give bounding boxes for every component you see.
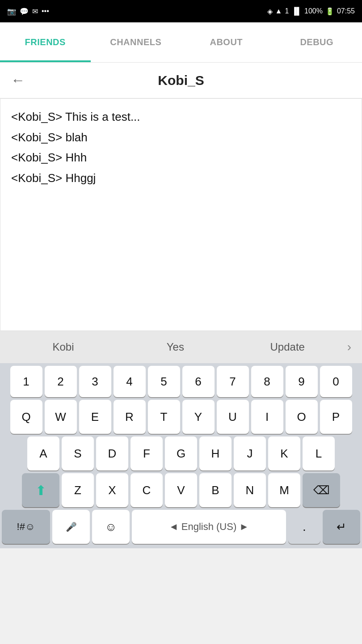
key-emoji-face[interactable]: ☺ — [92, 510, 130, 544]
mic-icon: 🎤 — [66, 521, 77, 532]
autocomplete-bar: Kobi Yes Update › — [0, 331, 362, 363]
key-h[interactable]: H — [199, 436, 232, 470]
key-shift[interactable]: ⬆ — [22, 473, 59, 507]
key-m[interactable]: M — [268, 473, 300, 507]
keyboard-zxcvb-row: ⬆ Z X C V B N M ⌫ — [2, 473, 360, 507]
chat-area: <Kobi_S> This is a test... <Kobi_S> blah… — [0, 98, 362, 331]
key-a[interactable]: A — [27, 436, 59, 470]
more-icon: ••• — [42, 7, 49, 15]
key-5[interactable]: 5 — [148, 366, 180, 397]
delete-icon: ⌫ — [313, 483, 330, 497]
gmail-icon: ✉ — [32, 7, 38, 16]
key-space[interactable]: ◄ English (US) ► — [132, 510, 286, 544]
key-enter[interactable]: ↵ — [323, 510, 360, 544]
status-icons-right: ◈ ▲ 1 ▐▌ 100% 🔋 07:55 — [267, 7, 355, 16]
tab-channels[interactable]: CHANNELS — [91, 22, 181, 62]
keyboard: 1 2 3 4 5 6 7 8 9 0 Q W E R T Y U I O P … — [0, 363, 362, 548]
key-1[interactable]: 1 — [10, 366, 42, 397]
key-l[interactable]: L — [303, 436, 335, 470]
key-w[interactable]: W — [45, 400, 77, 434]
chat-title: Kobi_S — [34, 73, 328, 88]
signal-icon: ▐▌ — [291, 7, 302, 15]
key-s[interactable]: S — [62, 436, 94, 470]
autocomplete-arrow: › — [344, 340, 355, 354]
key-r[interactable]: R — [114, 400, 146, 434]
chat-message-4: <Kobi_S> Hhggj — [11, 169, 351, 188]
back-button[interactable]: ← — [11, 72, 25, 89]
key-8[interactable]: 8 — [251, 366, 283, 397]
key-p[interactable]: P — [320, 400, 352, 434]
status-icons-left: 📷 💬 ✉ ••• — [7, 7, 49, 16]
key-4[interactable]: 4 — [114, 366, 146, 397]
key-3[interactable]: 3 — [79, 366, 111, 397]
key-9[interactable]: 9 — [286, 366, 318, 397]
key-f[interactable]: F — [130, 436, 163, 470]
key-u[interactable]: U — [217, 400, 249, 434]
key-e[interactable]: E — [79, 400, 111, 434]
tab-about[interactable]: ABOUT — [181, 22, 272, 62]
autocomplete-yes[interactable]: Yes — [119, 341, 232, 353]
key-k[interactable]: K — [268, 436, 300, 470]
autocomplete-kobi[interactable]: Kobi — [7, 341, 119, 353]
key-6[interactable]: 6 — [182, 366, 215, 397]
key-x[interactable]: X — [96, 473, 128, 507]
key-z[interactable]: Z — [62, 473, 94, 507]
key-7[interactable]: 7 — [217, 366, 249, 397]
battery-text: 100% — [304, 7, 323, 15]
key-j[interactable]: J — [234, 436, 266, 470]
chat-header: ← Kobi_S — [0, 63, 362, 98]
key-symbols[interactable]: !#☺ — [2, 510, 50, 544]
key-c[interactable]: C — [130, 473, 163, 507]
key-y[interactable]: Y — [182, 400, 215, 434]
keyboard-number-row: 1 2 3 4 5 6 7 8 9 0 — [2, 366, 360, 397]
key-t[interactable]: T — [148, 400, 180, 434]
key-v[interactable]: V — [165, 473, 197, 507]
enter-icon: ↵ — [337, 520, 346, 534]
key-emoji[interactable]: 🎤 — [52, 510, 90, 544]
whatsapp-icon: 💬 — [20, 7, 29, 16]
key-n[interactable]: N — [234, 473, 266, 507]
chat-message-1: <Kobi_S> This is a test... — [11, 108, 351, 127]
tab-friends[interactable]: FRIENDS — [0, 22, 91, 62]
wifi-icon: ▲ — [275, 7, 282, 15]
key-i[interactable]: I — [251, 400, 283, 434]
key-b[interactable]: B — [199, 473, 232, 507]
keyboard-bottom-row: !#☺ 🎤 ☺ ◄ English (US) ► . ↵ — [2, 510, 360, 544]
camera-icon: 📷 — [7, 7, 16, 16]
tab-bar: FRIENDS CHANNELS ABOUT DEBUG — [0, 22, 362, 63]
key-2[interactable]: 2 — [45, 366, 77, 397]
location-icon: ◈ — [267, 7, 273, 16]
keyboard-qwerty-row: Q W E R T Y U I O P — [2, 400, 360, 434]
key-q[interactable]: Q — [10, 400, 42, 434]
sim-icon: 1 — [285, 7, 289, 15]
key-g[interactable]: G — [165, 436, 197, 470]
key-0[interactable]: 0 — [320, 366, 352, 397]
status-bar: 📷 💬 ✉ ••• ◈ ▲ 1 ▐▌ 100% 🔋 07:55 — [0, 0, 362, 22]
keyboard-asdfg-row: A S D F G H J K L — [2, 436, 360, 470]
chat-message-3: <Kobi_S> Hhh — [11, 148, 351, 167]
chat-message-2: <Kobi_S> blah — [11, 128, 351, 147]
tab-debug[interactable]: DEBUG — [272, 22, 362, 62]
key-d[interactable]: D — [96, 436, 128, 470]
autocomplete-update[interactable]: Update — [232, 341, 344, 353]
clock: 07:55 — [337, 7, 355, 15]
battery-icon: 🔋 — [325, 7, 334, 16]
key-period[interactable]: . — [288, 510, 320, 544]
key-delete[interactable]: ⌫ — [303, 473, 340, 507]
key-o[interactable]: O — [286, 400, 318, 434]
shift-icon: ⬆ — [35, 483, 46, 498]
